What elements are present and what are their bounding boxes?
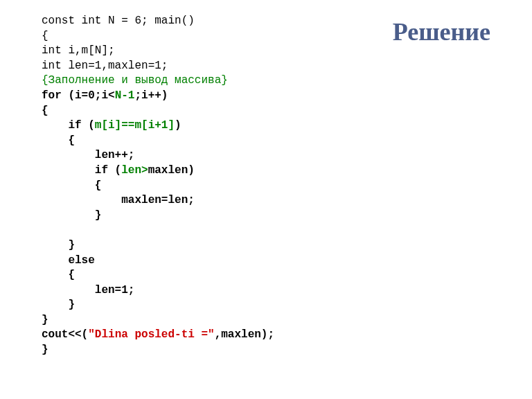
code-line: { (42, 30, 48, 42)
code-line: { (42, 105, 48, 117)
code-block: const int N = 6; main() { int i,m[N]; in… (42, 14, 490, 358)
code-line: { (42, 269, 75, 281)
code-line: ,maxlen); (215, 328, 274, 341)
code-line: { (42, 179, 101, 192)
code-comment: {Заполнение и вывод массива} (42, 74, 228, 87)
code-highlight: m[i]==m[i+1] (95, 119, 175, 132)
code-line: cout<<( (42, 328, 88, 341)
code-line: { (42, 134, 75, 147)
code-line: } (42, 209, 101, 222)
code-line: maxlen) (148, 164, 195, 177)
code-line: } (42, 299, 75, 311)
code-line: } (42, 344, 48, 356)
code-highlight: len> (121, 164, 148, 177)
code-line: len=1; (42, 284, 134, 296)
code-line: } (42, 239, 75, 251)
code-line: len++; (42, 149, 134, 161)
code-line: maxlen=len; (42, 194, 195, 206)
code-line: if ( (42, 119, 95, 132)
code-line: for (i=0;i< (42, 89, 115, 102)
code-line: ;i++) (134, 89, 168, 102)
code-line: ) (175, 119, 181, 132)
code-line: } (42, 314, 48, 326)
code-line: int i,m[N]; (42, 44, 115, 57)
slide-title: Решение (393, 17, 490, 46)
code-string: "Dlina posled-ti =" (88, 328, 214, 341)
code-line: const int N = 6; main() (42, 15, 195, 27)
code-line: if ( (42, 164, 121, 177)
code-highlight: N-1 (115, 89, 135, 102)
code-line: int len=1,maxlen=1; (42, 60, 168, 72)
code-line: else (42, 254, 95, 267)
